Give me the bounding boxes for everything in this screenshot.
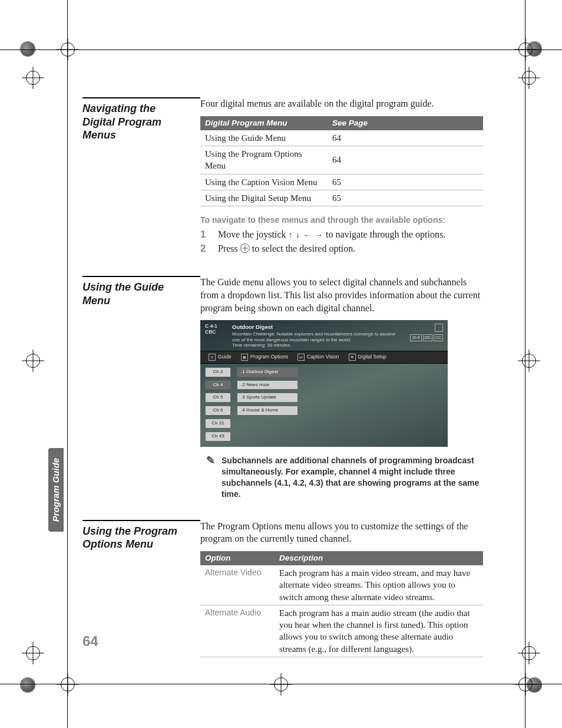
screenshot-program-title: Outdoor Digest (232, 324, 402, 331)
audio-badge: DD (423, 334, 432, 341)
grid-icon: ▦ (241, 354, 248, 361)
screenshot-subchannel-item: .4 House & Home (237, 406, 298, 416)
program-options-table: Option Description Alternate Video Each … (200, 551, 483, 657)
note-text: Subchannels are additional channels of p… (222, 455, 483, 500)
section-tab: Program Guide (48, 448, 64, 532)
screenshot-channel-item: Ch 5 (205, 393, 231, 403)
crop-line (67, 0, 68, 728)
screenshot-channel-item: Ch 43 (205, 431, 231, 442)
screenshot-subchannel-item: .2 News Hour (237, 380, 298, 390)
table-row: Alternate Video Each program has a main … (200, 565, 483, 605)
registration-target-icon (26, 71, 40, 85)
cc-badge: CC (434, 334, 443, 341)
registration-target-icon (274, 677, 288, 691)
screenshot-subchannel-item: .3 Sports Update (237, 393, 298, 403)
guide-menu-screenshot: C 4-1 CBC Outdoor Digest Mountain Challe… (200, 320, 448, 447)
section-tab-label: Program Guide (50, 458, 62, 522)
screenshot-subchannel-item: .1 Outdoor Digest (237, 367, 298, 377)
screenshot-channel-item: Ch 4 (205, 380, 231, 390)
screenshot-tab-guide: ≡Guide (204, 353, 236, 361)
info-icon (435, 324, 443, 332)
select-button-icon (240, 243, 250, 253)
registration-target-icon (518, 677, 533, 691)
section-heading: Navigating the Digital Program Menus (82, 102, 191, 142)
crop-ornament (20, 677, 35, 693)
crop-ornament (20, 41, 35, 57)
table-header: Description (275, 551, 483, 565)
screenshot-program-desc: Mountain Challenge: Notable explorers an… (232, 331, 402, 342)
instruction-lead: To navigate to these menus and through t… (200, 215, 483, 226)
table-row: Using the Caption Vision Menu65 (200, 174, 483, 190)
note-callout: ✎ Subchannels are additional channels of… (206, 455, 483, 500)
table-row: Using the Program Options Menu64 (200, 146, 483, 174)
screenshot-channel-call: CBC (205, 330, 226, 335)
screenshot-tab-caption-vision: ccCaption Vision (293, 353, 344, 361)
body-text: The Guide menu allows you to select digi… (200, 276, 483, 314)
screenshot-tab-digital-setup: ⚒Digital Setup (344, 353, 391, 361)
crop-line (525, 0, 525, 728)
screenshot-tab-program-options: ▦Program Options (236, 353, 293, 361)
step-item: Move the joystick ↑ ↓ ← → to navigate th… (200, 228, 483, 241)
registration-target-icon (26, 646, 40, 660)
screenshot-channel-item: Ch 6 (205, 406, 231, 416)
registration-target-icon (522, 646, 536, 660)
crop-line (0, 684, 562, 684)
note-pen-icon: ✎ (206, 455, 217, 500)
section-heading: Using the Program Options Menu (82, 525, 191, 551)
screenshot-time-remaining: Time remaining: 38 minutes (232, 342, 402, 348)
aspect-badge: 16:9 (410, 334, 422, 341)
registration-target-icon (26, 354, 40, 368)
registration-target-icon (522, 71, 536, 85)
joystick-arrows-icon: ↑ ↓ ← → (289, 230, 324, 239)
table-row: Alternate Audio Each program has a main … (200, 605, 483, 657)
table-row: Using the Guide Menu64 (200, 130, 483, 146)
table-header: See Page (328, 116, 483, 130)
list-icon: ≡ (209, 354, 216, 361)
table-header: Digital Program Menu (200, 116, 328, 130)
table-row: Using the Digital Setup Menu65 (200, 190, 483, 206)
tools-icon: ⚒ (349, 354, 356, 361)
registration-target-icon (522, 354, 536, 368)
section-heading: Using the Guide Menu (82, 281, 191, 307)
registration-target-icon (61, 677, 75, 691)
crop-line (0, 50, 562, 50)
digital-menu-table: Digital Program Menu See Page Using the … (200, 116, 483, 206)
body-text: The Program Options menu allows you to c… (200, 520, 483, 545)
step-item: Press to select the desired option. (200, 242, 483, 255)
screenshot-channel-item: Ch 2 (205, 367, 231, 377)
screenshot-channel-item: Ch 21 (205, 419, 231, 429)
cc-icon: cc (297, 354, 305, 361)
table-header: Option (200, 551, 275, 565)
body-text: Four digital menus are available on the … (200, 97, 483, 110)
